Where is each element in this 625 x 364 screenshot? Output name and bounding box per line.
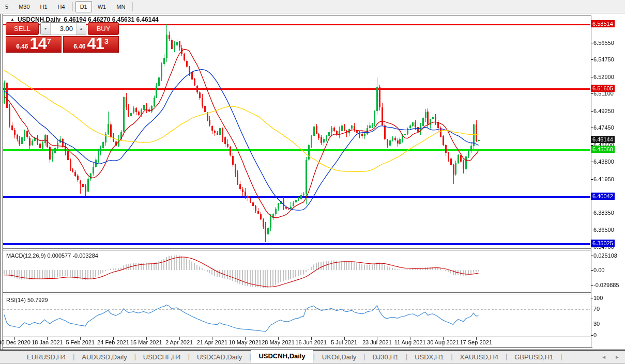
tab-ukoil-daily[interactable]: UKOil,Daily [315,352,363,362]
mt4-application: { "toolbar": { "periods": [ {"label":"5"… [0,0,625,364]
rsi-axis-label: 30 [593,321,600,327]
date-axis-label: 21 Apr 2021 [197,339,227,345]
volume-increase-icon[interactable]: ▲ [76,23,86,35]
price-tick-label: 6.38350 [593,210,614,216]
period-button-h1[interactable]: H1 [36,1,52,12]
price-tick-label: 6.54750 [593,56,614,62]
date-axis-label: 5 Feb 2021 [66,339,95,345]
macd-axis-label: -0.029885 [593,282,619,288]
date-axis-label: 23 Jul 2021 [362,339,392,345]
tab-scroll-arrows: ◄► [601,354,620,360]
date-axis-label: 17 Sep 2021 [460,339,492,345]
price-tick-label: 6.41950 [593,176,614,182]
tab-usdcnh-daily[interactable]: USDCNH,Daily [251,350,313,363]
price-tick-label: 6.47450 [593,124,614,131]
price-level-badge: 6.45060 [591,146,615,153]
buy-price-main: 41 [87,36,104,52]
sell-button[interactable]: SELL [6,22,39,35]
period-button-h4[interactable]: H4 [53,1,70,12]
date-axis-label: 24 Feb 2021 [97,339,129,345]
date-axis-label: 16 Jun 2021 [295,339,327,345]
tab-usdchf-h4[interactable]: USDCHF,H4 [136,352,188,362]
tab-usdcad-daily[interactable]: USDCAD,Daily [190,352,249,362]
toolbar-separator [132,2,133,11]
chart-window: ▲ USDCNH,Daily 6.46194 6.46270 6.45631 6… [0,14,625,350]
macd-indicator-label: MACD(12,26,9) 0.000577 -0.003284 [6,252,98,259]
price-level-badge: 6.40042 [591,193,615,200]
date-axis-label: 10 May 2021 [228,339,262,345]
chart-tab-strip: EURUSD,H4|AUDUSD,Daily|USDCHF,H4|USDCAD,… [0,350,625,364]
rsi-axis-label: 0 [593,332,597,338]
date-axis-label: 15 Mar 2021 [130,339,162,345]
sell-price-pip: 7 [47,37,51,45]
period-button-d1[interactable]: D1 [75,1,92,12]
macd-axis-label: 0.00 [593,267,604,273]
volume-decrease-icon[interactable]: ▼ [41,23,51,35]
macd-axis-label: 0.025108 [593,252,617,259]
price-tick-label: 6.56550 [593,40,614,46]
price-level-badge: 6.58514 [591,20,615,27]
date-axis-label: 2 Apr 2021 [165,339,193,345]
price-tick-label: 6.49250 [593,108,614,114]
date-axis-label: 5 Jul 2021 [331,339,357,345]
buy-price-box[interactable]: 6.46413 [63,36,119,53]
price-axis: 6.565506.547506.529006.511006.492506.474… [592,14,625,350]
sell-price-box[interactable]: 6.46147 [6,36,62,53]
tab-audusd-daily[interactable]: AUDUSD,Daily [74,352,134,362]
window-border [0,14,1,350]
price-chart-canvas[interactable] [3,14,592,349]
rsi-axis-label: 70 [593,306,600,312]
price-tick-label: 6.52900 [593,74,614,80]
period-button-w1[interactable]: W1 [93,1,111,12]
date-axis-label: 30 Aug 2021 [427,339,459,345]
price-tick-label: 6.36500 [593,227,614,233]
tab-eurusd-h4[interactable]: EURUSD,H4 [20,352,73,362]
price-level-badge: 6.51605 [591,85,615,92]
date-axis-label: 30 Dec 2020 [0,339,31,345]
toolbar-separator [72,2,73,11]
buy-price-pip: 3 [104,37,109,45]
price-tick-label: 6.43800 [593,159,614,165]
tab-dj30-h1[interactable]: DJ30,H1 [365,352,406,362]
rsi-axis-label: 100 [593,295,603,301]
buy-button[interactable]: BUY [88,22,119,35]
rsi-indicator-label: RSI(14) 50.7929 [6,297,48,303]
sell-price-main: 14 [30,36,47,52]
collapse-arrow-icon[interactable]: ▲ [10,17,14,22]
date-axis-label: 11 Aug 2021 [394,339,426,345]
price-level-badge: 6.46144 [591,136,615,143]
period-button-5[interactable]: 5 [1,1,13,12]
tab-usdx-h1[interactable]: USDX,H1 [407,352,451,362]
date-axis-label: 18 Jan 2021 [32,339,63,345]
volume-spinner: ▼ ▲ [40,22,86,35]
tab-xauusd-h4[interactable]: XAUUSD,H4 [453,352,506,362]
volume-input[interactable] [51,23,76,35]
tab-separator: | [560,353,562,360]
window-border-inner [2,14,3,350]
date-axis-label: 28 May 2021 [262,339,295,345]
tab-scroll-right-icon[interactable]: ► [615,354,620,360]
one-click-trade-panel: SELL ▼ ▲ BUY 6.46147 6.46413 [6,22,119,53]
tab-scroll-left-icon[interactable]: ◄ [601,354,606,360]
period-button-m30[interactable]: M30 [14,1,34,12]
sell-price-prefix: 6.46 [16,43,28,50]
tab-gbpusd-h1[interactable]: GBPUSD,H1 [507,352,560,362]
price-level-badge: 6.35025 [591,240,615,247]
period-toolbar: 5M30H1H4D1W1MN [0,0,625,13]
period-button-mn[interactable]: MN [112,1,130,12]
buy-price-prefix: 6.46 [73,43,85,50]
